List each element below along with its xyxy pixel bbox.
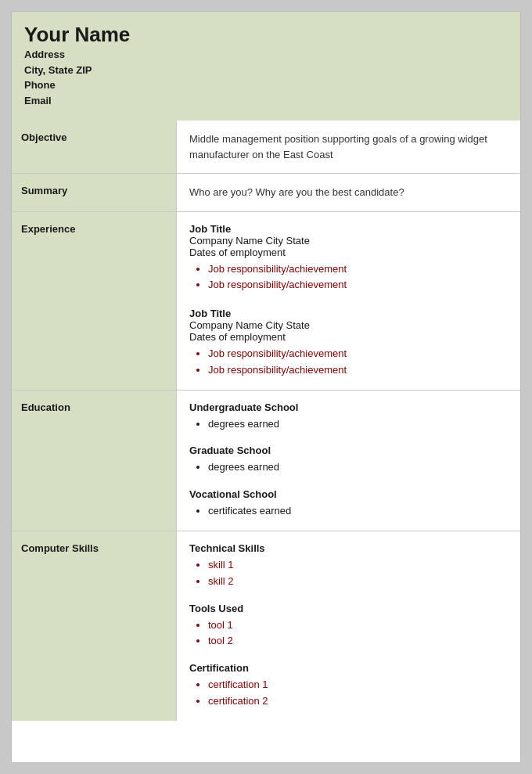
job-dates-1: Dates of employment: [189, 331, 508, 343]
experience-label: Experience: [12, 212, 176, 390]
job-block-0: Job TitleCompany Name City StateDates of…: [189, 223, 508, 294]
computer-skills-section: Computer Skills Technical Skillsskill 1s…: [12, 531, 520, 721]
school-name-2: Vocational School: [189, 488, 508, 500]
computer-skills-content: Technical Skillsskill 1skill 2Tools Used…: [176, 531, 520, 721]
job-dates-0: Dates of employment: [189, 247, 508, 258]
objective-label: Objective: [12, 121, 176, 173]
summary-content: Who are you? Why are you the best candid…: [176, 174, 520, 211]
summary-label: Summary: [12, 174, 176, 211]
experience-section: Experience Job TitleCompany Name City St…: [12, 212, 520, 391]
email-line: Email: [24, 93, 508, 109]
skills-item-2-1: certification 2: [208, 693, 508, 710]
skills-item-0-1: skill 2: [208, 574, 508, 590]
skills-item-0-0: skill 1: [208, 557, 508, 574]
job-company-1: Company Name City State: [189, 319, 508, 331]
education-content: Undergraduate Schooldegrees earnedGradua…: [176, 391, 520, 531]
resume-header: Your Name Address City, State ZIP Phone …: [12, 12, 520, 121]
skills-block-0: Technical Skillsskill 1skill 2: [189, 542, 508, 590]
summary-text: Who are you? Why are you the best candid…: [189, 185, 508, 200]
objective-text: Middle management position supporting go…: [189, 131, 508, 162]
skills-item-1-0: tool 1: [208, 617, 508, 634]
edu-block-1: Graduate Schooldegrees earned: [189, 445, 508, 476]
skills-list-0: skill 1skill 2: [208, 557, 508, 590]
skills-title-0: Technical Skills: [189, 542, 508, 554]
skills-title-1: Tools Used: [189, 603, 508, 614]
job-responsibility-1-1: Job responsibility/achievement: [208, 362, 508, 379]
edu-list-1: degrees earned: [208, 459, 508, 476]
skills-list-1: tool 1tool 2: [208, 617, 508, 650]
edu-block-0: Undergraduate Schooldegrees earned: [189, 401, 508, 433]
skills-list-2: certification 1certification 2: [208, 677, 508, 710]
school-name-1: Graduate School: [189, 445, 508, 456]
skills-item-2-0: certification 1: [208, 677, 508, 693]
skills-block-1: Tools Usedtool 1tool 2: [189, 603, 508, 650]
edu-list-2: certificates earned: [208, 503, 508, 520]
objective-content: Middle management position supporting go…: [176, 121, 520, 173]
job-company-0: Company Name City State: [189, 235, 508, 247]
job-responsibility-1-0: Job responsibility/achievement: [208, 346, 508, 362]
name-heading: Your Name: [24, 23, 508, 47]
job-block-1: Job TitleCompany Name City StateDates of…: [189, 308, 508, 379]
edu-degree-2-0: certificates earned: [208, 503, 508, 520]
education-label: Education: [12, 391, 176, 531]
education-section: Education Undergraduate Schooldegrees ea…: [12, 391, 520, 531]
address-line: Address: [24, 47, 508, 63]
edu-degree-1-0: degrees earned: [208, 459, 508, 476]
phone-line: Phone: [24, 77, 508, 93]
resume-document: Your Name Address City, State ZIP Phone …: [11, 11, 521, 763]
objective-section: Objective Middle management position sup…: [12, 121, 520, 174]
skills-title-2: Certification: [189, 662, 508, 674]
computer-skills-label: Computer Skills: [12, 531, 176, 721]
summary-section: Summary Who are you? Why are you the bes…: [12, 174, 520, 212]
edu-degree-0-0: degrees earned: [208, 416, 508, 433]
skills-block-2: Certificationcertification 1certificatio…: [189, 662, 508, 710]
job-title-0: Job Title: [189, 223, 508, 235]
job-title-1: Job Title: [189, 308, 508, 319]
job-responsibilities-1: Job responsibility/achievementJob respon…: [208, 346, 508, 379]
edu-list-0: degrees earned: [208, 416, 508, 433]
skills-item-1-1: tool 2: [208, 633, 508, 650]
city-state-zip-line: City, State ZIP: [24, 63, 508, 78]
job-responsibility-0-1: Job responsibility/achievement: [208, 277, 508, 293]
job-responsibilities-0: Job responsibility/achievementJob respon…: [208, 261, 508, 294]
job-responsibility-0-0: Job responsibility/achievement: [208, 261, 508, 278]
edu-block-2: Vocational Schoolcertificates earned: [189, 488, 508, 520]
experience-content: Job TitleCompany Name City StateDates of…: [176, 212, 520, 390]
school-name-0: Undergraduate School: [189, 401, 508, 413]
